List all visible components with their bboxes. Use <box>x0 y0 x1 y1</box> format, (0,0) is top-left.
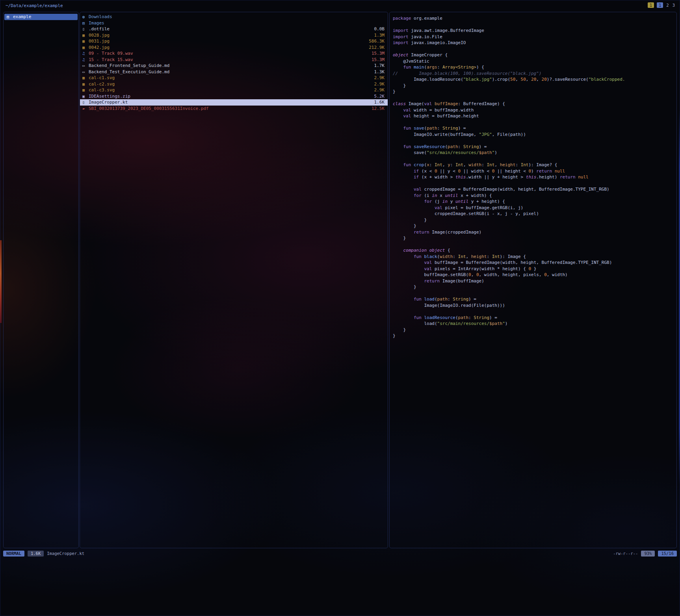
parent-pane: ▤example <box>3 12 79 548</box>
code-line: } <box>393 223 676 229</box>
file-size: 12.5K <box>372 106 385 112</box>
file-row[interactable]: ▦cal-c3.svg2.9K <box>80 87 388 93</box>
code-line: return Image(buffImage) <box>393 278 676 284</box>
yazi-file-manager: ~/Data/example/example 1123 ▤example ◍Do… <box>0 0 680 616</box>
file-size: 1.3K <box>374 69 385 75</box>
file-row[interactable]: ▯ImageCropper.kt1.6K <box>80 99 388 106</box>
file-name: 09 - Track 09.wav <box>89 50 368 57</box>
file-rows: ◍Downloads▤Images▯.dotfile0.0B▦0028.jpg1… <box>80 14 388 111</box>
file-icon: ▯ <box>82 26 89 32</box>
file-name: cal-c2.svg <box>89 81 371 87</box>
code-line: fun save(path: String) = <box>393 125 676 132</box>
tab-bar: 1123 <box>648 2 675 8</box>
code-line: save("src/main/resources/$path") <box>393 150 676 156</box>
code-line: import java.io.File <box>393 34 676 40</box>
code-line: if (x + width > this.width || y + height… <box>393 174 676 180</box>
code-line: load("src/main/resources/$path") <box>393 321 676 327</box>
kotlin-icon: ▯ <box>82 99 89 106</box>
file-size: 15.3M <box>372 57 385 63</box>
audio-icon: ♫ <box>82 50 89 57</box>
file-row[interactable]: ▯.dotfile0.0B <box>80 26 388 32</box>
file-row[interactable]: ♫09 - Track 09.wav15.3M <box>80 50 388 57</box>
file-name: example <box>13 14 74 20</box>
code-line: fun saveResource(path: String) = <box>393 144 676 150</box>
file-name: ImageCropper.kt <box>89 99 371 106</box>
file-row[interactable]: ▭Backend_Test_Execution_Guide.md1.3K <box>80 69 388 75</box>
folder-icon: ▤ <box>7 14 13 20</box>
code-line: val pixels = IntArray(width * height) { … <box>393 266 676 272</box>
code-line <box>393 308 676 315</box>
file-size: 212.9K <box>369 45 385 51</box>
file-row[interactable]: ◍Downloads <box>80 14 388 20</box>
code-line: } <box>393 217 676 223</box>
code-preview: package org.example import java.awt.imag… <box>390 14 676 339</box>
file-name: Backend_Frontend_Setup_Guide.md <box>89 63 371 69</box>
image-icon: ▦ <box>82 45 89 51</box>
image-icon: ▦ <box>82 75 89 81</box>
code-line <box>393 119 676 126</box>
file-size-badge: 1.6K <box>28 551 44 557</box>
pdf-icon: ▰ <box>82 106 89 112</box>
file-size: 2.9K <box>374 81 385 87</box>
code-line: @JvmStatic <box>393 58 676 65</box>
tab-2[interactable]: 1 <box>657 2 663 8</box>
file-list-pane: ◍Downloads▤Images▯.dotfile0.0B▦0028.jpg1… <box>80 12 388 548</box>
tab-4[interactable]: 3 <box>672 2 675 8</box>
file-row[interactable]: ▰SBI_0032013739_2023_DE05_0003155631Invo… <box>80 106 388 112</box>
code-line: buffImage.setRGB(0, 0, width, height, pi… <box>393 272 676 278</box>
file-size: 0.0B <box>374 26 385 32</box>
file-size: 586.3K <box>369 38 385 45</box>
file-row[interactable]: ▦cal-c1.svg2.9K <box>80 75 388 81</box>
code-line: fun black(width: Int, height: Int): Imag… <box>393 254 676 260</box>
wallpaper-accent-left <box>0 240 2 323</box>
code-line: fun loadResource(path: String) = <box>393 315 676 321</box>
file-name: 0031.jpg <box>89 38 366 45</box>
file-permissions: -rw-r--r-- <box>613 551 638 556</box>
code-line: } <box>393 83 676 89</box>
audio-icon: ♫ <box>82 57 89 63</box>
code-line: if (x < 0 || y < 0 || width < 0 || heigh… <box>393 168 676 174</box>
markdown-icon: ▭ <box>82 63 89 69</box>
file-row[interactable]: ▭Backend_Frontend_Setup_Guide.md1.7K <box>80 63 388 69</box>
status-bar-right: -rw-r--r-- 93% 15/16 <box>613 551 677 557</box>
file-size: 1.6K <box>374 99 385 106</box>
code-line: import java.awt.image.BufferedImage <box>393 28 676 34</box>
tab-3[interactable]: 2 <box>666 2 669 8</box>
downloads-icon: ◍ <box>82 14 89 20</box>
code-line <box>393 156 676 162</box>
file-name: 0028.jpg <box>89 32 371 39</box>
code-line <box>393 290 676 297</box>
file-name: 0042.jpg <box>89 45 366 51</box>
code-line: val height = buffImage.height <box>393 113 676 119</box>
preview-pane: package org.example import java.awt.imag… <box>389 12 677 548</box>
file-row[interactable]: ▦cal-c2.svg2.9K <box>80 81 388 87</box>
top-bar: ~/Data/example/example 1123 <box>0 0 680 11</box>
code-line: } <box>393 333 676 339</box>
code-line: // Image.black(100, 100).saveResource("b… <box>393 71 676 77</box>
file-name: SBI_0032013739_2023_DE05_0003155631Invoi… <box>89 106 368 112</box>
folder-icon: ▤ <box>82 20 89 26</box>
file-row[interactable]: ▦0042.jpg212.9K <box>80 45 388 51</box>
code-line: for (j in y until y + height) { <box>393 199 676 205</box>
code-line: croppedImage.setRGB(i - x, j - y, pixel) <box>393 211 676 217</box>
code-line: Image.loadResource("black.jpg").crop(50,… <box>393 76 676 83</box>
code-line: for (i in x until x + width) { <box>393 193 676 199</box>
file-row[interactable]: ▦0031.jpg586.3K <box>80 38 388 45</box>
code-line <box>393 22 676 28</box>
code-line: package org.example <box>393 15 676 22</box>
markdown-icon: ▭ <box>82 69 89 75</box>
image-icon: ▦ <box>82 32 89 39</box>
parent-dir-item[interactable]: ▤example <box>4 14 78 20</box>
tab-1[interactable]: 1 <box>648 2 654 8</box>
file-row[interactable]: ♫15 - Track 15.wav15.3M <box>80 57 388 63</box>
code-line: ImageIO.write(buffImage, "JPG", File(pat… <box>393 132 676 138</box>
file-row[interactable]: ▦0028.jpg1.3M <box>80 32 388 39</box>
code-line: fun crop(x: Int, y: Int, width: Int, hei… <box>393 162 676 168</box>
code-line <box>393 46 676 52</box>
code-line: val buffImage = BufferedImage(width, hei… <box>393 260 676 266</box>
code-line <box>393 241 676 248</box>
file-row[interactable]: ▤Images <box>80 20 388 26</box>
file-name: Downloads <box>89 14 381 20</box>
file-name: Images <box>89 20 381 26</box>
file-row[interactable]: ▣IDEAsettings.zip5.2K <box>80 93 388 100</box>
